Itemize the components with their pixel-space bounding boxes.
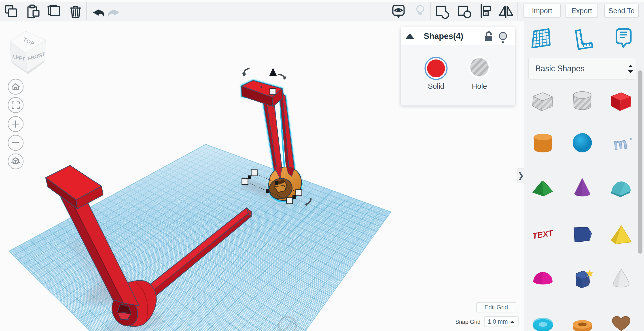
- svg-text:m: m: [613, 135, 628, 153]
- svg-text:TEXT: TEXT: [532, 228, 554, 241]
- svg-text:Shapes(4): Shapes(4): [424, 31, 463, 41]
- svg-text:': ': [630, 136, 632, 144]
- svg-text:Solid: Solid: [428, 82, 444, 90]
- svg-text:Hole: Hole: [472, 82, 487, 90]
